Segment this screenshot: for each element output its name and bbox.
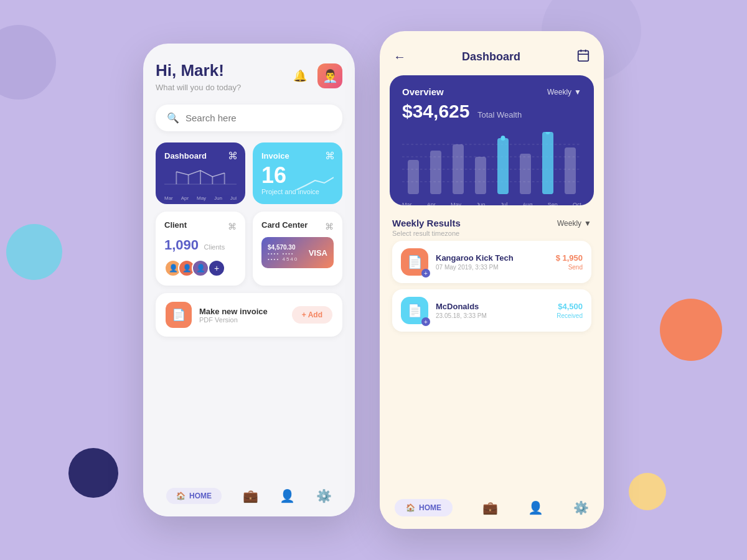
calendar-icon[interactable] [576, 49, 590, 65]
client-card[interactable]: Client ⌘ 1,090 Clients 👤 👤 👤 + [156, 212, 245, 286]
right-nav-home[interactable]: 🏠 HOME [395, 499, 453, 516]
trans-plus-1: + [421, 269, 430, 278]
trans-amount-2: $4,500 Received [557, 302, 583, 319]
trans-amount-value-1: $ 1,950 [556, 253, 583, 263]
dropdown-arrow: ▼ [574, 88, 581, 96]
client-label: Clients [204, 243, 225, 251]
trans-icon-2: 📄 + [401, 297, 428, 324]
weekly-label: Weekly [547, 88, 571, 96]
greeting: Hi, Mark! What will you do today? [156, 61, 241, 92]
weekly-dropdown[interactable]: Weekly ▼ [547, 88, 581, 96]
dashboard-cmd-icon: ⌘ [228, 150, 238, 162]
search-input[interactable] [186, 113, 331, 123]
card-balance: $4,570.30 [268, 244, 309, 251]
nav-settings[interactable]: ⚙️ [316, 488, 332, 503]
bg-circle-5 [629, 473, 666, 510]
card-visual: $4,570.30 •••• •••• •••• 4540 VISA [261, 237, 334, 268]
chart-month-labels: Mar Apr May Jun Jul Aug Sep Oct [402, 202, 581, 208]
dashboard-card-title: Dashboard [164, 151, 237, 161]
overview-chart: Mar Apr May Jun Jul Aug Sep Oct [402, 132, 581, 194]
person-icon: 👤 [280, 488, 295, 503]
weekly-results-section: Weekly Results Select result timezone We… [380, 215, 604, 345]
trans-type-1: Send [556, 264, 583, 271]
trans-amount-1: $ 1,950 Send [556, 253, 583, 271]
dashboard-chart-svg [164, 166, 237, 190]
weekly-results-dropdown[interactable]: Weekly ▼ [557, 219, 591, 228]
trans-name-2: McDonalds [436, 302, 549, 311]
header-icons: 🔔 👨‍💼 [289, 63, 342, 88]
client-count-row: 1,090 Clients [164, 237, 237, 253]
avatar-plus[interactable]: + [208, 259, 225, 277]
svg-rect-17 [475, 157, 486, 194]
weekly-results-label: Weekly [557, 219, 581, 228]
avatar[interactable]: 👨‍💼 [317, 63, 342, 88]
client-count: 1,090 [164, 237, 199, 253]
right-nav-settings[interactable]: ⚙️ [573, 500, 589, 515]
svg-rect-16 [453, 144, 464, 194]
dropdown-dark-arrow: ▼ [584, 219, 591, 228]
dashboard-card[interactable]: Dashboard ⌘ Mar Apr May [156, 142, 245, 204]
bg-circle-3 [68, 448, 118, 498]
card-number: •••• •••• •••• 4540 [268, 251, 309, 262]
right-home-icon: 🏠 [406, 503, 415, 512]
right-nav-person[interactable]: 👤 [528, 500, 543, 515]
invoice-card[interactable]: Invoice ⌘ 16 Project and invoice [253, 142, 342, 204]
svg-rect-14 [408, 160, 419, 194]
total-amount: $34,625 [402, 101, 469, 121]
right-nav-work[interactable]: 💼 [482, 500, 498, 515]
client-cmd-icon: ⌘ [228, 222, 237, 231]
svg-rect-18 [497, 138, 509, 194]
invoice-row-sub: PDF Version [199, 316, 284, 324]
cards-grid: Dashboard ⌘ Mar Apr May [156, 142, 342, 286]
right-briefcase-icon: 💼 [482, 500, 498, 515]
search-icon: 🔍 [167, 112, 179, 124]
phones-container: Hi, Mark! What will you do today? 🔔 👨‍💼 … [143, 31, 604, 529]
right-home-label: HOME [419, 503, 441, 512]
card-center-title: Card Center [261, 220, 308, 230]
total-label: Total Wealth [477, 110, 522, 119]
invoice-icon-box: 📄 [166, 302, 192, 328]
home-label: HOME [189, 492, 212, 500]
right-nav-home-bg: 🏠 HOME [395, 499, 453, 516]
transaction-2: 📄 + McDonalds 23.05.18, 3:33 PM $4,500 R… [392, 289, 591, 332]
svg-rect-6 [578, 51, 589, 62]
avatar-group: 👤 👤 👤 + [164, 259, 237, 277]
back-button[interactable]: ← [393, 50, 406, 64]
trans-type-2: Received [557, 312, 583, 319]
right-header: ← Dashboard [380, 31, 604, 75]
nav-person[interactable]: 👤 [280, 488, 295, 503]
dashboard-mini-chart: Mar Apr May Jun Jul [164, 166, 237, 190]
home-icon: 🏠 [176, 492, 186, 500]
trans-date-2: 23.05.18, 3:33 PM [436, 312, 549, 319]
svg-rect-21 [565, 147, 576, 194]
nav-home[interactable]: 🏠 HOME [166, 488, 222, 504]
card-center-card[interactable]: Card Center ⌘ $4,570.30 •••• •••• •••• 4… [253, 212, 342, 286]
right-settings-icon: ⚙️ [573, 500, 589, 515]
weekly-results-header: Weekly Results Select result timezone We… [392, 218, 591, 237]
bg-circle-4 [660, 299, 722, 361]
svg-rect-19 [520, 154, 531, 194]
left-bottom-nav: 🏠 HOME 💼 👤 ⚙️ [156, 479, 342, 516]
briefcase-icon: 💼 [243, 488, 258, 503]
trans-info-2: McDonalds 23.05.18, 3:33 PM [436, 302, 549, 319]
invoice-curve [296, 174, 334, 195]
overview-card: Overview Weekly ▼ $34,625 Total Wealth [390, 75, 594, 205]
overview-label: Overview [402, 86, 444, 97]
right-phone: ← Dashboard Overview Weekly ▼ [380, 31, 604, 529]
bell-icon[interactable]: 🔔 [289, 65, 311, 87]
bg-circle-1 [0, 25, 56, 100]
trans-plus-2: + [421, 317, 430, 326]
greeting-subtitle: What will you do today? [156, 83, 241, 92]
svg-rect-20 [542, 132, 553, 194]
visa-logo: VISA [309, 248, 327, 258]
invoice-card-title: Invoice [261, 151, 334, 161]
left-phone: Hi, Mark! What will you do today? 🔔 👨‍💼 … [143, 44, 355, 516]
nav-home-bg: 🏠 HOME [166, 488, 222, 504]
left-header: Hi, Mark! What will you do today? 🔔 👨‍💼 [156, 61, 342, 92]
dashboard-title: Dashboard [462, 50, 520, 63]
nav-work[interactable]: 💼 [243, 488, 258, 503]
search-bar[interactable]: 🔍 [156, 105, 342, 131]
avatar-3: 👤 [192, 259, 209, 277]
add-invoice-button[interactable]: + Add [292, 306, 332, 324]
card-center-cmd-icon: ⌘ [325, 222, 334, 231]
